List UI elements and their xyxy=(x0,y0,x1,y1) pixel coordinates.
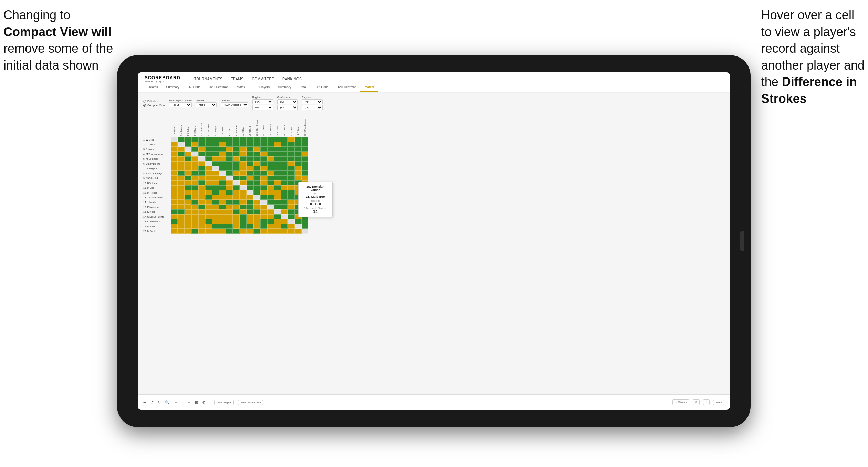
matrix-cell-14-6[interactable] xyxy=(205,200,212,205)
matrix-cell-1-2[interactable] xyxy=(178,137,185,142)
matrix-cell-3-10[interactable] xyxy=(233,147,240,152)
matrix-cell-13-12[interactable] xyxy=(247,195,253,200)
matrix-cell-16-11[interactable] xyxy=(240,209,247,214)
matrix-cell-19-11[interactable] xyxy=(240,224,247,229)
matrix-cell-15-5[interactable] xyxy=(198,205,205,209)
matrix-cell-15-6[interactable] xyxy=(205,205,212,209)
matrix-cell-20-16[interactable] xyxy=(274,229,281,234)
matrix-cell-12-2[interactable] xyxy=(178,190,185,195)
matrix-cell-13-10[interactable] xyxy=(233,195,240,200)
matrix-cell-15-2[interactable] xyxy=(178,205,185,209)
matrix-cell-7-14[interactable] xyxy=(260,166,267,171)
matrix-cell-12-12[interactable] xyxy=(247,190,253,195)
matrix-cell-18-8[interactable] xyxy=(219,219,226,224)
max-players-select[interactable]: Top 25 xyxy=(169,102,191,107)
matrix-cell-6-9[interactable] xyxy=(226,161,233,166)
matrix-cell-13-8[interactable] xyxy=(219,195,226,200)
matrix-cell-20-14[interactable] xyxy=(260,229,267,234)
matrix-cell-10-3[interactable] xyxy=(185,180,191,185)
matrix-cell-19-4[interactable] xyxy=(191,224,198,229)
matrix-cell-9-2[interactable] xyxy=(178,176,185,180)
view-option-full[interactable]: Full View xyxy=(143,100,165,103)
matrix-cell-4-2[interactable] xyxy=(178,152,185,156)
nav-rankings[interactable]: RANKINGS xyxy=(282,76,302,82)
matrix-cell-10-13[interactable] xyxy=(253,180,260,185)
matrix-cell-20-18[interactable] xyxy=(288,229,295,234)
matrix-cell-13-7[interactable] xyxy=(212,195,219,200)
matrix-cell-16-3[interactable] xyxy=(185,209,191,214)
matrix-cell-18-14[interactable] xyxy=(260,219,267,224)
view-option-compact[interactable]: Compact View xyxy=(143,104,165,107)
matrix-cell-7-18[interactable] xyxy=(288,166,295,171)
matrix-cell-12-15[interactable] xyxy=(267,190,274,195)
matrix-cell-17-11[interactable] xyxy=(240,214,247,219)
matrix-cell-2-18[interactable] xyxy=(288,142,295,147)
matrix-cell-16-18[interactable] xyxy=(288,209,295,214)
matrix-cell-8-20[interactable] xyxy=(302,171,308,176)
matrix-cell-1-5[interactable] xyxy=(198,137,205,142)
matrix-cell-3-9[interactable] xyxy=(226,147,233,152)
matrix-cell-6-4[interactable] xyxy=(191,161,198,166)
matrix-cell-1-14[interactable] xyxy=(260,137,267,142)
matrix-cell-6-13[interactable] xyxy=(253,161,260,166)
matrix-cell-12-6[interactable] xyxy=(205,190,212,195)
matrix-cell-8-12[interactable] xyxy=(247,171,253,176)
matrix-cell-2-1[interactable] xyxy=(171,142,178,147)
matrix-cell-11-16[interactable] xyxy=(274,185,281,190)
matrix-cell-11-2[interactable] xyxy=(178,185,185,190)
matrix-cell-16-14[interactable] xyxy=(260,209,267,214)
matrix-cell-7-6[interactable] xyxy=(205,166,212,171)
radio-compact-view[interactable] xyxy=(143,104,146,107)
matrix-cell-19-7[interactable] xyxy=(212,224,219,229)
matrix-cell-8-15[interactable] xyxy=(267,171,274,176)
matrix-cell-12-4[interactable] xyxy=(191,190,198,195)
matrix-cell-11-15[interactable] xyxy=(267,185,274,190)
matrix-cell-14-4[interactable] xyxy=(191,200,198,205)
matrix-cell-8-18[interactable] xyxy=(288,171,295,176)
tablet-home-button[interactable] xyxy=(740,231,744,251)
matrix-cell-17-9[interactable] xyxy=(226,214,233,219)
matrix-cell-15-14[interactable] xyxy=(260,205,267,209)
matrix-cell-2-14[interactable] xyxy=(260,142,267,147)
matrix-cell-17-10[interactable] xyxy=(233,214,240,219)
matrix-cell-8-16[interactable] xyxy=(274,171,281,176)
matrix-cell-3-14[interactable] xyxy=(260,147,267,152)
matrix-cell-19-20[interactable] xyxy=(302,224,308,229)
matrix-cell-2-15[interactable] xyxy=(267,142,274,147)
matrix-cell-19-14[interactable] xyxy=(260,224,267,229)
matrix-cell-20-15[interactable] xyxy=(267,229,274,234)
matrix-cell-20-4[interactable] xyxy=(191,229,198,234)
matrix-cell-4-13[interactable] xyxy=(253,152,260,156)
matrix-cell-2-8[interactable] xyxy=(219,142,226,147)
matrix-cell-3-17[interactable] xyxy=(281,147,288,152)
matrix-cell-13-15[interactable] xyxy=(267,195,274,200)
matrix-cell-1-15[interactable] xyxy=(267,137,274,142)
matrix-cell-8-19[interactable] xyxy=(295,171,302,176)
matrix-cell-5-17[interactable] xyxy=(281,156,288,161)
zoom-out-icon[interactable]: － xyxy=(174,400,178,405)
matrix-cell-10-14[interactable] xyxy=(260,180,267,185)
matrix-cell-4-7[interactable] xyxy=(212,152,219,156)
matrix-cell-13-9[interactable] xyxy=(226,195,233,200)
matrix-cell-6-18[interactable] xyxy=(288,161,295,166)
matrix-cell-19-5[interactable] xyxy=(198,224,205,229)
matrix-cell-3-1[interactable] xyxy=(171,147,178,152)
matrix-cell-6-15[interactable] xyxy=(267,161,274,166)
matrix-cell-15-13[interactable] xyxy=(253,205,260,209)
matrix-cell-4-6[interactable] xyxy=(205,152,212,156)
matrix-cell-5-5[interactable] xyxy=(198,156,205,161)
matrix-cell-11-9[interactable] xyxy=(226,185,233,190)
matrix-cell-9-3[interactable] xyxy=(185,176,191,180)
matrix-cell-13-18[interactable] xyxy=(288,195,295,200)
matrix-cell-3-18[interactable] xyxy=(288,147,295,152)
matrix-cell-7-12[interactable] xyxy=(247,166,253,171)
matrix-cell-19-8[interactable] xyxy=(219,224,226,229)
matrix-cell-17-3[interactable] xyxy=(185,214,191,219)
matrix-cell-16-10[interactable] xyxy=(233,209,240,214)
matrix-cell-9-13[interactable] xyxy=(253,176,260,180)
matrix-cell-8-3[interactable] xyxy=(185,171,191,176)
matrix-cell-2-10[interactable] xyxy=(233,142,240,147)
matrix-cell-7-17[interactable] xyxy=(281,166,288,171)
matrix-cell-11-6[interactable] xyxy=(205,185,212,190)
matrix-cell-18-19[interactable] xyxy=(295,219,302,224)
